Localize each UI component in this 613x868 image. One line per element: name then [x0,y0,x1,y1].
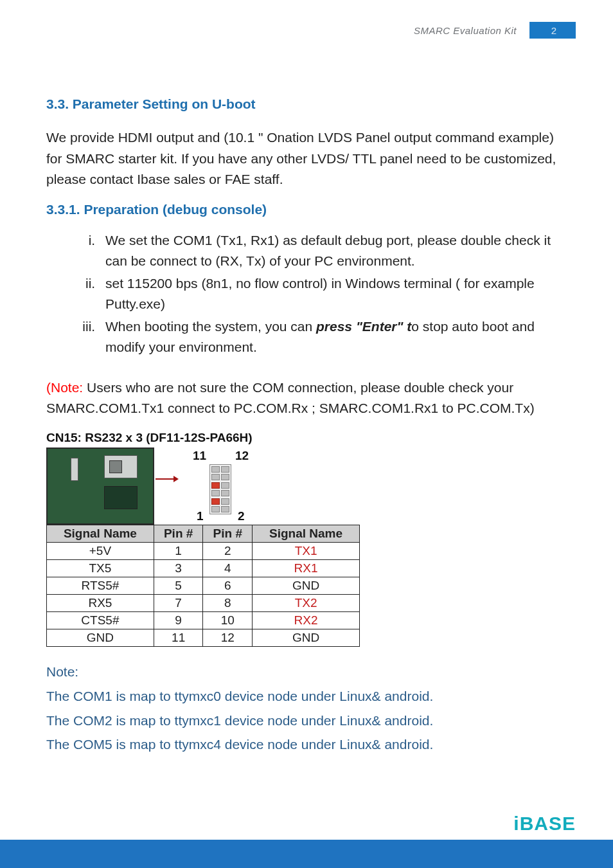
footer-bar [0,840,613,868]
note2-line: The COM2 is map to ttymxc1 device node u… [46,709,567,733]
table-cell: RX2 [253,612,360,629]
pin-label-1: 1 [197,509,204,523]
table-cell: 3 [154,560,203,577]
table-row: CTS5#910RX2 [47,612,360,629]
list-item: When booting the system, you can press "… [99,316,567,358]
pin-label-12: 12 [235,449,249,463]
page-number-badge: 2 [529,22,576,39]
page-number: 2 [551,25,556,36]
table-cell: 12 [203,629,253,647]
table-row: RTS5#56GND [47,577,360,595]
pinout-table: Signal Name Pin # Pin # Signal Name +5V1… [46,525,360,647]
note2-line: Note: [46,660,567,684]
doc-title: SMARC Evaluation Kit [414,25,517,36]
note-body: Users who are not sure the COM connectio… [46,380,535,416]
list-item-text: set 115200 bps (8n1, no flow control) in… [105,276,535,312]
table-cell: TX5 [47,560,154,577]
table-row: GND1112GND [47,629,360,647]
table-cell: RX5 [47,595,154,612]
pcb-illustration [46,448,154,525]
ibase-logo: iBASE [513,813,576,835]
table-cell: RTS5# [47,577,154,595]
pin-label-11: 11 [193,449,206,463]
table-cell: 2 [203,543,253,560]
list-item-emphasis: press "Enter" t [316,319,411,334]
pin-label-2: 2 [238,509,245,523]
table-row: +5V12TX1 [47,543,360,560]
table-cell: 1 [154,543,203,560]
header-bar: SMARC Evaluation Kit 2 [414,22,576,39]
col-header: Signal Name [47,525,154,543]
table-row: RX578TX2 [47,595,360,612]
note2-line: The COM5 is map to ttymxc4 device node u… [46,732,567,757]
table-cell: 4 [203,560,253,577]
connector-pin-diagram: 11 12 1 2 [181,448,258,525]
section-3-3-1-heading: 3.3.1. Preparation (debug console) [46,202,567,217]
table-cell: 6 [203,577,253,595]
table-row: TX534RX1 [47,560,360,577]
list-item: set 115200 bps (8n1, no flow control) in… [99,273,567,315]
table-cell: 11 [154,629,203,647]
table-cell: GND [253,629,360,647]
list-item-text: When booting the system, you can [105,319,316,334]
note-paragraph: (Note: Users who are not sure the COM co… [46,377,567,419]
table-cell: CTS5# [47,612,154,629]
table-cell: GND [47,629,154,647]
table-cell: 8 [203,595,253,612]
note-prefix: (Note: [46,380,87,395]
com-mapping-notes: Note: The COM1 is map to ttymxc0 device … [46,660,567,757]
connector-socket [209,464,231,514]
list-item-text: We set the COM1 (Tx1, Rx1) as default de… [105,233,551,269]
table-cell: +5V [47,543,154,560]
col-header: Pin # [203,525,253,543]
section-3-3-heading: 3.3. Parameter Setting on U-boot [46,96,567,112]
col-header: Signal Name [253,525,360,543]
figure-title: CN15: RS232 x 3 (DF11-12S-PA66H) [46,431,361,445]
arrow-icon [155,478,177,480]
preparation-steps-list: We set the COM1 (Tx1, Rx1) as default de… [46,230,567,358]
table-cell: 5 [154,577,203,595]
table-cell: RX1 [253,560,360,577]
list-item: We set the COM1 (Tx1, Rx1) as default de… [99,230,567,272]
table-cell: 7 [154,595,203,612]
table-cell: GND [253,577,360,595]
figure-body: 11 12 1 2 [46,448,361,525]
note2-line: The COM1 is map to ttymxc0 device node u… [46,684,567,709]
connector-figure: CN15: RS232 x 3 (DF11-12S-PA66H) 11 12 [46,431,361,647]
table-cell: 10 [203,612,253,629]
intro-paragraph: We provide HDMI output and (10.1 " Onati… [46,127,567,190]
table-cell: 9 [154,612,203,629]
col-header: Pin # [154,525,203,543]
table-cell: TX1 [253,543,360,560]
table-cell: TX2 [253,595,360,612]
